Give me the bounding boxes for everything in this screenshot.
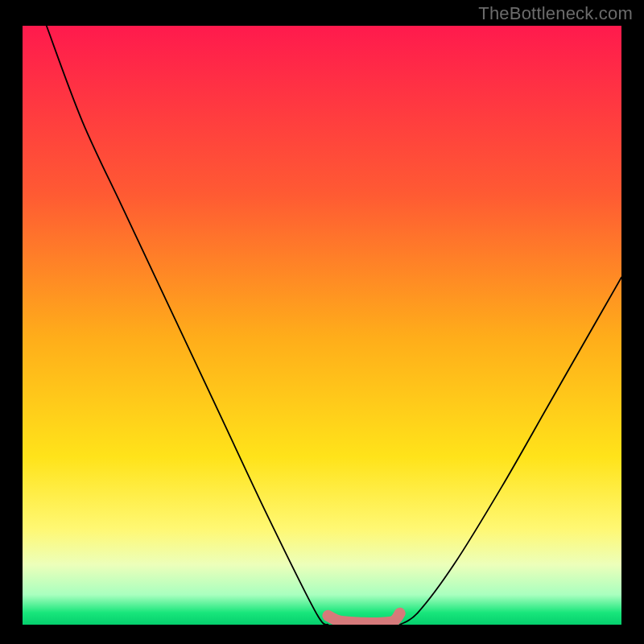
chart-frame: TheBottleneck.com xyxy=(0,0,644,644)
watermark-text: TheBottleneck.com xyxy=(478,3,633,24)
chart-background-gradient xyxy=(23,26,621,625)
chart-plot-area xyxy=(23,26,621,625)
chart-svg xyxy=(23,26,621,625)
